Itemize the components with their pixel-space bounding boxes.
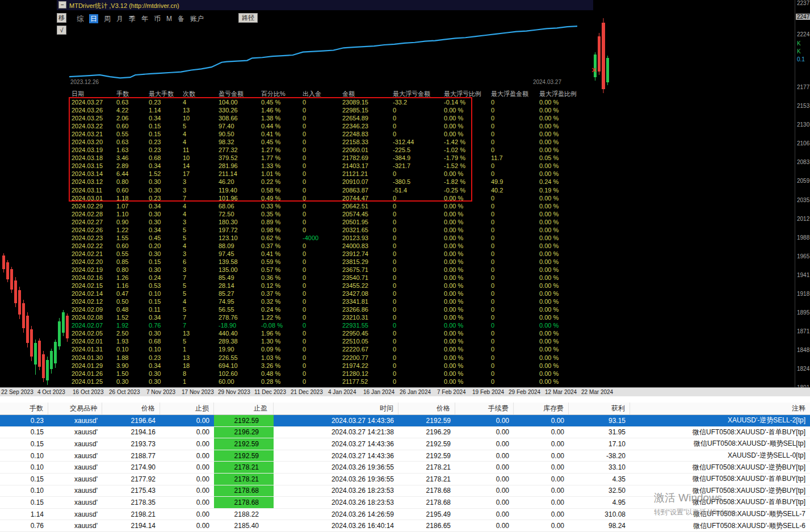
stats-row[interactable]: 2024.02.071.920.767-18.90-0.08 %022931.5…	[72, 321, 589, 329]
price-tick: 2035	[797, 197, 809, 203]
price-tick: 2224	[797, 31, 809, 37]
price-tick: 1941	[797, 272, 809, 278]
panel-menubar: 综日周月季年币M备账户	[77, 14, 204, 23]
price-tick: 0.1	[797, 56, 805, 62]
price-tick: 2177	[797, 84, 809, 90]
stats-row[interactable]: 2024.02.011.930.685289.381.30 %022510.05…	[72, 337, 589, 345]
menu-item-10[interactable]: 账户	[190, 14, 204, 23]
trade-row[interactable]: 0.15xauusd'2177.920.002178.212024.03.26 …	[0, 474, 810, 485]
price-tick: K	[797, 40, 801, 47]
date-tick: 11 Dec 2023	[254, 389, 286, 395]
stats-row[interactable]: 2024.03.110.600.303119.400.58 %020863.87…	[72, 186, 589, 194]
price-tick: 2106	[797, 140, 809, 146]
stats-row[interactable]: 2024.03.252.060.3410308.661.38 %022654.8…	[72, 114, 589, 122]
stats-row[interactable]: 2024.03.264.221.1413330.261.46 %022985.1…	[72, 106, 589, 114]
price-tick: K	[797, 48, 801, 55]
stats-row[interactable]: 2024.03.120.800.30346.200.22 %020910.07-…	[72, 178, 589, 186]
trade-row[interactable]: 0.76xauusd'2194.140.002185.402024.03.26 …	[0, 520, 810, 532]
trade-row[interactable]: 0.15xauusd'2194.160.002196.292024.03.27 …	[0, 427, 810, 439]
stats-row[interactable]: 2024.03.220.600.15597.400.44 %022346.230…	[72, 122, 589, 130]
date-tick: 4 Jan 2024	[328, 389, 356, 395]
watermark-line1: 激活 Windows	[654, 491, 742, 505]
price-tick: 1848	[797, 347, 809, 353]
mtdriver-stats-panel: − MTDriver统计 ,V3.12 (http://mtdriver.cn)…	[57, 0, 593, 387]
stats-row[interactable]: 2024.02.081.520.347278.761.22 %023210.31…	[72, 313, 589, 321]
date-tick: 29 Feb 2024	[509, 389, 540, 395]
equity-start-date: 2023.12.26	[70, 79, 99, 85]
minimize-button[interactable]: −	[58, 1, 66, 9]
daily-stats-table: 日期手数最大手数次数盈亏金额百分比%出入金金额最大浮亏金额最大浮亏比例最大浮盈金…	[72, 90, 589, 386]
confirm-button[interactable]: √	[57, 26, 66, 35]
stats-row[interactable]: 2024.01.301.880.2313226.551.03 %022200.7…	[72, 354, 589, 362]
menu-item-5[interactable]: 季	[129, 14, 136, 23]
mt4-terminal: ✕ 223722472224KK0.1217721532130210620832…	[0, 0, 810, 532]
date-tick: 26 Oct 2023	[109, 389, 140, 395]
stats-row[interactable]: 2024.02.220.600.20488.090.37 %024000.830…	[72, 242, 589, 250]
stats-row[interactable]: 2024.02.120.500.15474.950.32 %023341.810…	[72, 298, 589, 305]
date-tick: 29 Nov 2023	[218, 389, 250, 395]
stats-row[interactable]: 2024.02.161.260.24785.490.36 %023540.710…	[72, 274, 589, 282]
menu-item-9[interactable]: 备	[178, 14, 184, 23]
price-tick: 2059	[797, 178, 809, 184]
menu-item-3[interactable]: 周	[104, 14, 111, 23]
stats-row[interactable]: 2024.03.183.460.6810379.521.77 %021782.6…	[72, 154, 589, 162]
stats-row[interactable]: 2024.01.250.300.30160.000.28 %021177.520…	[72, 378, 589, 386]
stats-row[interactable]: 2024.02.261.220.345197.720.98 %020321.65…	[72, 226, 589, 234]
stats-row[interactable]: 2024.01.261.500.308102.600.48 %021280.12…	[72, 370, 589, 378]
path-button[interactable]: 路径	[238, 13, 258, 23]
panel-titlebar[interactable]: − MTDriver统计 ,V3.12 (http://mtdriver.cn)	[57, 0, 593, 10]
price-tick: 1871	[797, 328, 809, 334]
equity-end-date: 2024.03.27	[533, 79, 561, 85]
stats-header-row: 日期手数最大手数次数盈亏金额百分比%出入金金额最大浮亏金额最大浮亏比例最大浮盈金…	[72, 90, 589, 98]
date-tick: 4 Oct 2023	[37, 389, 65, 395]
stats-row[interactable]: 2024.03.200.630.23498.320.45 %022158.33-…	[72, 138, 589, 146]
stats-row[interactable]: 2024.02.281.100.30472.500.35 %020574.450…	[72, 210, 589, 218]
price-axis[interactable]: 223722472224KK0.121772153213021062083205…	[795, 0, 810, 387]
menu-item-4[interactable]: 月	[116, 14, 123, 23]
price-tick: 1895	[797, 309, 809, 316]
date-tick: 16 Oct 2023	[73, 389, 103, 395]
stats-row[interactable]: 2024.02.270.900.303180.300.89 %020501.95…	[72, 218, 589, 226]
watermark-line2: 转到“设置”以激活 Windows。	[654, 508, 742, 517]
price-tick: 1824	[797, 366, 809, 372]
stats-row[interactable]: 2024.02.140.470.10585.270.37 %023427.080…	[72, 290, 589, 298]
stats-row[interactable]: 2024.01.293.900.3418694.103.26 %021974.2…	[72, 362, 589, 370]
stats-row[interactable]: 2024.03.191.630.2311277.321.27 %022060.0…	[72, 146, 589, 154]
menu-item-8[interactable]: M	[166, 14, 172, 23]
stats-row[interactable]: 2024.03.270.630.234104.000.45 %023089.15…	[72, 98, 589, 106]
trade-row[interactable]: 0.10xauusd'2174.900.002178.212024.03.26 …	[0, 462, 810, 474]
equity-curve-chart: 2023.12.26 2024.03.27	[69, 25, 577, 85]
menu-item-6[interactable]: 年	[141, 14, 148, 23]
stats-row[interactable]: 2024.02.151.160.53528.140.12 %023455.220…	[72, 282, 589, 290]
date-tick: 19 Feb 2024	[472, 389, 504, 395]
stats-row[interactable]: 2024.02.190.800.303135.000.57 %023675.71…	[72, 266, 589, 274]
stats-row[interactable]: 2024.02.090.480.11556.550.24 %023266.860…	[72, 305, 589, 313]
move-button[interactable]: 移	[57, 13, 66, 23]
stats-row[interactable]: 2024.02.052.500.3013440.401.96 %022950.4…	[72, 329, 589, 337]
stats-row[interactable]: 2024.01.310.100.10119.900.09 %022220.670…	[72, 345, 589, 353]
menu-item-2[interactable]: 日	[89, 14, 98, 23]
trade-row[interactable]: 0.23xauusd'2196.640.002192.592024.03.27 …	[0, 415, 810, 427]
menu-item-7[interactable]: 币	[154, 14, 161, 23]
stats-row[interactable]: 2024.03.152.890.3414281.961.33 %021403.1…	[72, 162, 589, 170]
price-tick: 2237	[797, 0, 809, 6]
stats-row[interactable]: 2024.02.200.850.156139.580.59 %023815.29…	[72, 258, 589, 266]
stats-row[interactable]: 2024.02.291.070.34468.060.33 %020642.510…	[72, 202, 589, 210]
stats-row[interactable]: 2024.03.146.441.5217211.141.01 %021121.2…	[72, 170, 589, 178]
date-tick: 16 Jan 2024	[363, 389, 394, 395]
date-axis[interactable]: 22 Sep 20234 Oct 202316 Oct 202326 Oct 2…	[0, 387, 810, 396]
windows-activation-watermark: 激活 Windows 转到“设置”以激活 Windows。	[654, 491, 742, 517]
date-tick: 12 Mar 2024	[545, 389, 577, 395]
stats-row[interactable]: 2024.02.210.550.30397.450.41 %023912.740…	[72, 250, 589, 258]
trade-row[interactable]: 0.10xauusd'2188.770.002192.592024.03.27 …	[0, 450, 810, 462]
stats-row[interactable]: 2024.02.231.550.455123.100.62 %-40002012…	[72, 234, 589, 242]
trade-row[interactable]: 0.15xauusd'2193.730.002192.592024.03.27 …	[0, 438, 810, 450]
date-tick: 7 Feb 2024	[437, 389, 466, 395]
price-tick: 1965	[797, 253, 809, 259]
date-tick: 22 Mar 2024	[581, 389, 613, 395]
stats-row[interactable]: 2024.03.210.550.15490.500.41 %022248.830…	[72, 130, 589, 138]
trade-table-header: 手数交易品种价格止损止盈时间价格手续费库存费获利注释	[0, 403, 810, 415]
date-tick: 26 Jan 2024	[400, 389, 431, 395]
stats-row[interactable]: 2024.03.011.180.237101.960.49 %020744.47…	[72, 194, 589, 202]
menu-item-1[interactable]: 综	[77, 14, 83, 23]
